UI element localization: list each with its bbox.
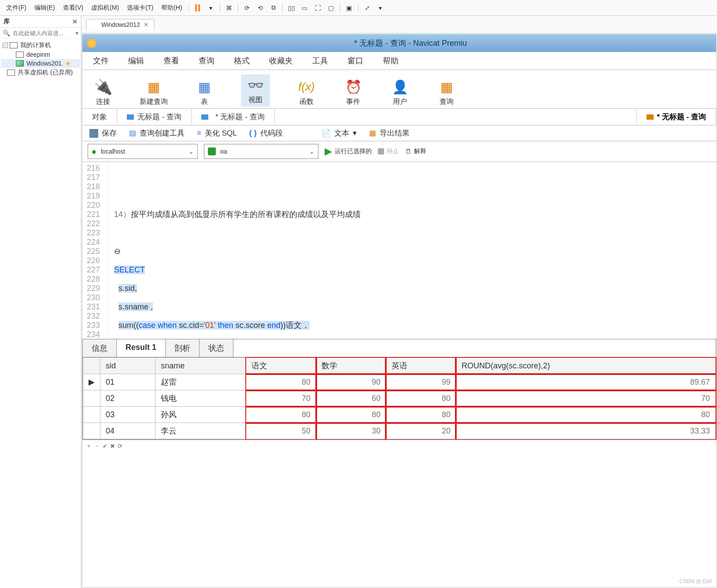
layout3-icon[interactable]: ⛶ (312, 3, 324, 13)
apply-icon[interactable]: ✔ (103, 443, 107, 449)
menu-help[interactable]: 帮助(H) (158, 2, 185, 14)
layout1-icon[interactable]: ▯▯ (285, 3, 298, 13)
tree-node-shared[interactable]: 共享虚拟机 (已弃用) (1, 68, 80, 77)
cell[interactable]: 20 (386, 423, 456, 439)
nav-menu-edit[interactable]: 编辑 (128, 55, 144, 66)
cell[interactable]: 33.33 (456, 423, 715, 439)
stop-button[interactable]: 停止 (378, 147, 399, 155)
tree-node-windows2012[interactable]: Windows201. ★ (1, 59, 80, 68)
library-search[interactable]: 🔍 ▾ (0, 28, 81, 39)
fullscreen-icon[interactable]: ⤢ (361, 3, 373, 13)
tool-function[interactable]: f(x)函数 (296, 78, 317, 107)
save-button[interactable]: 保存 (89, 128, 117, 138)
code-snippet-button[interactable]: ( )代码段 (249, 128, 283, 138)
cell[interactable]: 80 (456, 407, 715, 423)
export-button[interactable]: ▦导出结果 (369, 128, 410, 138)
menu-view[interactable]: 查看(V) (59, 2, 87, 14)
nav-menu-window[interactable]: 窗口 (347, 55, 363, 66)
table-row[interactable]: ▶ 01 赵雷 80 90 99 89.67 (83, 374, 716, 390)
cell[interactable]: 80 (386, 390, 456, 407)
cell[interactable]: 80 (246, 407, 316, 423)
menu-vm[interactable]: 虚拟机(M) (88, 2, 122, 14)
snapshot-icon[interactable]: ⟳ (241, 3, 253, 13)
console-icon[interactable]: ▣ (343, 3, 355, 13)
cancel-icon[interactable]: ✖ (110, 443, 115, 449)
cell[interactable]: 02 (100, 390, 155, 407)
cell[interactable]: 80 (316, 407, 386, 423)
table-row[interactable]: 02 钱电 70 60 80 70 (83, 390, 716, 407)
col-english[interactable]: 英语 (386, 358, 456, 374)
snapshot-revert-icon[interactable]: ⟲ (254, 3, 266, 13)
cell[interactable]: 30 (316, 423, 386, 439)
tool-view[interactable]: 👓视图 (241, 74, 270, 107)
col-avg[interactable]: ROUND(avg(sc.score),2) (456, 358, 715, 374)
delete-row-icon[interactable]: － (94, 442, 100, 450)
menu-file[interactable]: 文件(F) (3, 2, 30, 14)
nav-menu-query[interactable]: 查询 (199, 55, 214, 66)
run-button[interactable]: ▶运行已选择的 (325, 146, 372, 157)
cell[interactable]: 01 (100, 374, 155, 390)
tab-status[interactable]: 状态 (200, 339, 233, 357)
database-select[interactable]: oa ⌄ (204, 144, 318, 159)
tab-query-1[interactable]: 无标题 - 查询 (117, 109, 192, 125)
snapshot-mgr-icon[interactable]: ⧉ (267, 3, 280, 13)
cell[interactable]: 90 (316, 374, 386, 390)
cell[interactable]: 李云 (155, 423, 246, 439)
dropdown-icon[interactable]: ▾ (205, 3, 217, 13)
tab-profile[interactable]: 剖析 (166, 339, 200, 357)
vm-tab-windows2012[interactable]: Windows2012 ✕ (86, 19, 155, 30)
collapse-icon[interactable]: − (3, 43, 8, 48)
nav-menu-help[interactable]: 帮助 (383, 55, 399, 66)
tool-query[interactable]: ▦查询 (436, 78, 457, 107)
cell[interactable]: 赵雷 (155, 374, 246, 390)
send-keys-icon[interactable]: ⌘ (223, 3, 235, 13)
cell[interactable]: 03 (100, 407, 155, 423)
col-math[interactable]: 数学 (316, 358, 386, 374)
tab-query-2[interactable]: * 无标题 - 查询 (192, 109, 274, 125)
tool-new-query[interactable]: ▦新建查询 (140, 78, 168, 107)
tree-node-root[interactable]: − 我的计算机 (1, 40, 80, 50)
cell[interactable]: 04 (100, 423, 155, 439)
nav-menu-fav[interactable]: 收藏夹 (269, 55, 293, 66)
pause-icon[interactable] (192, 3, 204, 13)
tree-node-deepinm[interactable]: deepinm (1, 50, 80, 59)
nav-menu-view[interactable]: 查看 (163, 55, 179, 66)
close-icon[interactable]: ✕ (144, 21, 149, 28)
cell[interactable]: 70 (456, 390, 715, 407)
table-row[interactable]: 03 孙风 80 80 80 80 (83, 407, 716, 423)
explain-button[interactable]: 🗒解释 (405, 147, 426, 155)
close-icon[interactable]: ✕ (72, 18, 78, 25)
menu-tabs[interactable]: 选项卡(T) (123, 2, 157, 14)
dropdown-icon[interactable]: ▾ (75, 29, 78, 37)
menu-edit[interactable]: 编辑(E) (31, 2, 59, 14)
cell[interactable]: 60 (316, 390, 386, 407)
sql-editor[interactable]: 2162172182192202212222232242252262272282… (82, 162, 716, 338)
col-sid[interactable]: sid (100, 358, 155, 374)
result-grid[interactable]: sid sname 语文 数学 英语 ROUND(avg(sc.score),2… (82, 357, 716, 440)
layout2-icon[interactable]: ▭ (299, 3, 311, 13)
text-button[interactable]: 📄文本 ▾ (322, 128, 357, 138)
query-builder-button[interactable]: ▤查询创建工具 (129, 128, 185, 138)
tool-table[interactable]: ▦表 (194, 78, 214, 107)
col-chinese[interactable]: 语文 (246, 358, 316, 374)
tab-objects[interactable]: 对象 (82, 109, 117, 125)
tab-query-3[interactable]: * 无标题 - 查询 (636, 109, 716, 125)
tool-event[interactable]: ⏰事件 (343, 78, 363, 107)
nav-menu-format[interactable]: 格式 (234, 55, 250, 66)
cell[interactable]: 80 (386, 407, 456, 423)
nav-menu-tools[interactable]: 工具 (312, 55, 328, 66)
host-select[interactable]: ◆ localhost ⌄ (88, 144, 198, 159)
dropdown-icon[interactable]: ▾ (374, 3, 387, 13)
col-sname[interactable]: sname (155, 358, 246, 374)
tab-result-1[interactable]: Result 1 (117, 339, 166, 357)
table-row[interactable]: 04 李云 50 30 20 33.33 (83, 423, 716, 439)
tool-connection[interactable]: 🔌连接 (93, 78, 113, 107)
cell[interactable]: 孙风 (155, 407, 246, 423)
layout4-icon[interactable]: ▢ (325, 3, 337, 13)
code-area[interactable]: 14）按平均成绩从高到低显示所有学生的所有课程的成绩以及平均成绩 ⊖ SELEC… (107, 162, 365, 338)
search-input[interactable] (13, 30, 75, 37)
cell[interactable]: 99 (386, 374, 456, 390)
cell[interactable]: 70 (246, 390, 316, 407)
cell[interactable]: 80 (246, 374, 316, 390)
cell[interactable]: 50 (246, 423, 316, 439)
